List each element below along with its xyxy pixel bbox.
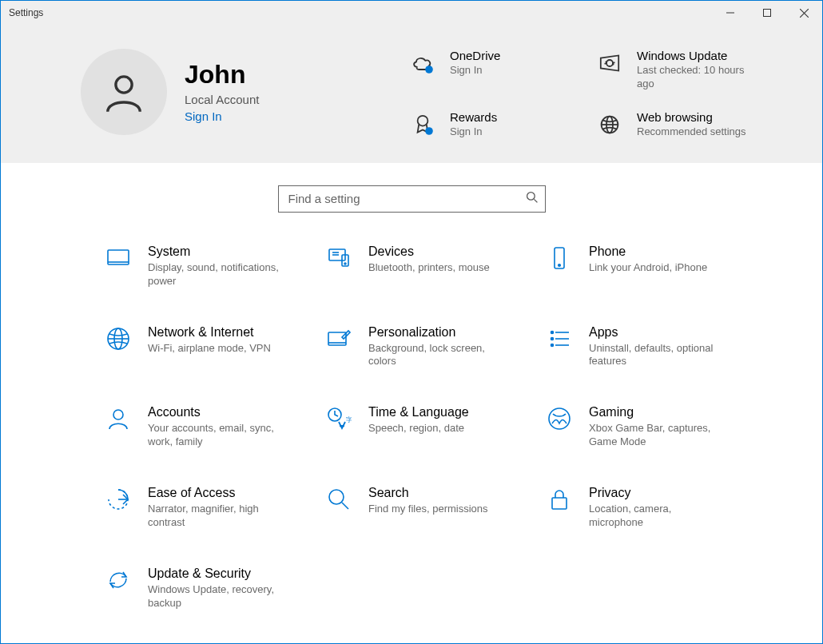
gaming-icon [546, 405, 573, 432]
category-title: Apps [589, 325, 725, 340]
category-title: Update & Security [148, 566, 284, 581]
svg-point-33 [113, 410, 123, 419]
window-controls [712, 1, 822, 25]
category-personalization[interactable]: Personalization Background, lock screen,… [325, 325, 522, 369]
category-title: Time & Language [368, 405, 469, 419]
person-icon [102, 70, 145, 113]
category-devices[interactable]: Devices Bluetooth, printers, mouse [325, 244, 522, 288]
category-subtitle: Link your Android, iPhone [589, 261, 707, 275]
onedrive-icon [408, 49, 437, 78]
tile-title: Rewards [450, 110, 497, 124]
category-phone[interactable]: Phone Link your Android, iPhone [546, 244, 742, 288]
tile-onedrive[interactable]: OneDrive Sign In [408, 49, 571, 91]
search-cat-icon [325, 486, 352, 513]
svg-point-31 [551, 344, 554, 346]
svg-point-27 [551, 331, 554, 333]
category-subtitle: Your accounts, email, sync, work, family [148, 422, 284, 449]
privacy-icon [546, 486, 573, 513]
tile-title: Windows Update [637, 49, 757, 62]
category-time-language[interactable]: 字 Time & Language Speech, region, date [325, 405, 522, 449]
tile-subtitle: Last checked: 10 hours ago [637, 64, 757, 91]
svg-point-29 [551, 337, 554, 340]
svg-point-37 [329, 490, 344, 504]
svg-rect-39 [552, 498, 567, 509]
time-language-icon: 字 [325, 405, 352, 432]
tile-subtitle: Recommended settings [637, 125, 746, 139]
profile-account-type: Local Account [185, 93, 259, 106]
category-subtitle: Windows Update, recovery, backup [148, 583, 284, 610]
category-ease-of-access[interactable]: Ease of Access Narrator, magnifier, high… [105, 486, 301, 530]
windows-update-icon [595, 49, 624, 78]
profile-name: John [185, 61, 259, 89]
personalization-icon [325, 325, 352, 352]
devices-icon [325, 244, 352, 272]
search-box[interactable] [278, 185, 546, 213]
minimize-button[interactable] [712, 1, 749, 25]
category-search[interactable]: Search Find my files, permissions [325, 486, 522, 530]
svg-line-38 [342, 503, 348, 509]
category-subtitle: Xbox Game Bar, captures, Game Mode [589, 422, 725, 449]
rewards-icon [408, 110, 437, 139]
category-privacy[interactable]: Privacy Location, camera, microphone [546, 486, 742, 530]
category-title: Accounts [148, 405, 284, 419]
search-icon [526, 191, 539, 206]
category-gaming[interactable]: Gaming Xbox Game Bar, captures, Game Mod… [546, 405, 742, 449]
tile-title: Web browsing [637, 110, 746, 124]
svg-point-5 [425, 66, 433, 74]
category-title: Phone [589, 244, 707, 259]
globe-icon [595, 110, 624, 139]
category-title: Devices [368, 244, 490, 259]
tile-subtitle: Sign In [450, 64, 500, 78]
category-update-security[interactable]: Update & Security Windows Update, recove… [105, 566, 301, 610]
titlebar: Settings [1, 1, 822, 25]
category-subtitle: Display, sound, notifications, power [148, 261, 284, 288]
svg-point-11 [527, 193, 535, 201]
svg-point-6 [418, 116, 428, 126]
search-row [1, 163, 822, 221]
category-subtitle: Background, lock screen, colors [368, 342, 504, 369]
svg-point-7 [425, 127, 433, 135]
update-icon [105, 566, 132, 594]
avatar [81, 49, 167, 135]
category-subtitle: Bluetooth, printers, mouse [368, 261, 490, 275]
category-network[interactable]: Network & Internet Wi-Fi, airplane mode,… [105, 325, 301, 369]
tile-web-browsing[interactable]: Web browsing Recommended settings [595, 110, 758, 139]
category-title: Privacy [589, 486, 725, 500]
tile-rewards[interactable]: Rewards Sign In [408, 110, 571, 139]
category-system[interactable]: System Display, sound, notifications, po… [105, 244, 301, 288]
svg-point-19 [344, 263, 346, 264]
close-button[interactable] [785, 1, 822, 25]
category-subtitle: Wi-Fi, airplane mode, VPN [148, 342, 271, 356]
header: John Local Account Sign In OneDrive Sign… [1, 25, 822, 163]
maximize-button[interactable] [749, 1, 785, 25]
profile-signin-link[interactable]: Sign In [185, 109, 259, 123]
category-apps[interactable]: Apps Uninstall, defaults, optional featu… [546, 325, 742, 369]
window-title: Settings [9, 7, 43, 18]
category-title: Ease of Access [148, 486, 284, 500]
svg-line-12 [534, 200, 537, 203]
category-subtitle: Narrator, magnifier, high contrast [148, 503, 284, 530]
category-title: Personalization [368, 325, 504, 340]
ease-of-access-icon [105, 486, 132, 513]
categories-grid: System Display, sound, notifications, po… [1, 221, 822, 626]
header-tiles: OneDrive Sign In Windows Update Last che… [408, 49, 758, 139]
category-title: Gaming [589, 405, 725, 419]
apps-icon [546, 325, 573, 352]
category-title: System [148, 244, 284, 259]
network-icon [105, 325, 132, 352]
svg-rect-1 [764, 10, 771, 17]
category-subtitle: Speech, region, date [368, 422, 469, 435]
category-subtitle: Uninstall, defaults, optional features [589, 342, 725, 369]
category-title: Network & Internet [148, 325, 271, 340]
profile-block[interactable]: John Local Account Sign In [81, 49, 384, 135]
category-subtitle: Find my files, permissions [368, 503, 488, 516]
category-title: Search [368, 486, 488, 500]
svg-point-4 [116, 77, 132, 93]
svg-point-36 [549, 408, 570, 429]
accounts-icon [105, 405, 132, 432]
category-accounts[interactable]: Accounts Your accounts, email, sync, wor… [105, 405, 301, 449]
system-icon [105, 244, 132, 272]
phone-icon [546, 244, 573, 272]
search-input[interactable] [287, 191, 526, 206]
tile-windows-update[interactable]: Windows Update Last checked: 10 hours ag… [595, 49, 758, 91]
